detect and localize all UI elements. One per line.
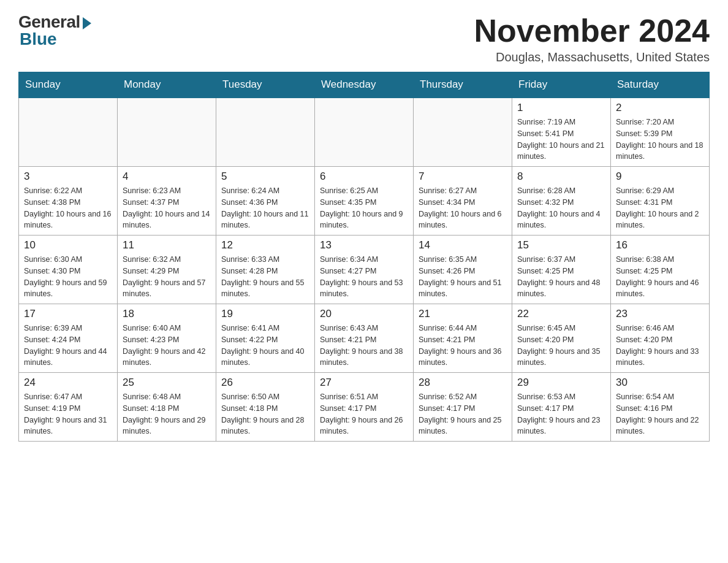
day-number: 14 [419,239,507,251]
day-number: 12 [221,239,309,251]
day-info: Sunrise: 6:25 AMSunset: 4:35 PMDaylight:… [320,185,408,231]
day-info: Sunrise: 6:28 AMSunset: 4:32 PMDaylight:… [517,185,605,231]
table-row: 5Sunrise: 6:24 AMSunset: 4:36 PMDaylight… [216,167,315,236]
table-row: 29Sunrise: 6:53 AMSunset: 4:17 PMDayligh… [512,373,611,442]
day-number: 4 [123,170,211,183]
table-row: 25Sunrise: 6:48 AMSunset: 4:18 PMDayligh… [118,373,216,442]
page-header: General Blue November 2024 Douglas, Mass… [18,12,710,64]
table-row: 20Sunrise: 6:43 AMSunset: 4:21 PMDayligh… [315,304,414,373]
day-info: Sunrise: 6:50 AMSunset: 4:18 PMDaylight:… [221,391,309,437]
location-subtitle: Douglas, Massachusetts, United States [474,50,710,64]
table-row: 9Sunrise: 6:29 AMSunset: 4:31 PMDaylight… [611,167,710,236]
day-info: Sunrise: 6:27 AMSunset: 4:34 PMDaylight:… [419,185,507,231]
table-row: 14Sunrise: 6:35 AMSunset: 4:26 PMDayligh… [414,236,512,304]
day-info: Sunrise: 7:20 AMSunset: 5:39 PMDaylight:… [616,117,704,163]
day-info: Sunrise: 6:52 AMSunset: 4:17 PMDaylight:… [419,391,507,437]
day-number: 3 [24,170,112,183]
calendar-week-row: 3Sunrise: 6:22 AMSunset: 4:38 PMDaylight… [19,167,710,236]
col-friday: Friday [512,72,611,98]
table-row: 26Sunrise: 6:50 AMSunset: 4:18 PMDayligh… [216,373,315,442]
col-thursday: Thursday [414,72,512,98]
day-info: Sunrise: 6:35 AMSunset: 4:26 PMDaylight:… [419,254,507,300]
month-title: November 2024 [474,12,710,49]
col-wednesday: Wednesday [315,72,414,98]
calendar-week-row: 1Sunrise: 7:19 AMSunset: 5:41 PMDaylight… [19,98,710,167]
day-info: Sunrise: 6:48 AMSunset: 4:18 PMDaylight:… [123,391,211,437]
day-number: 28 [419,377,507,389]
title-block: November 2024 Douglas, Massachusetts, Un… [474,12,710,64]
day-info: Sunrise: 6:44 AMSunset: 4:21 PMDaylight:… [419,323,507,369]
table-row: 28Sunrise: 6:52 AMSunset: 4:17 PMDayligh… [414,373,512,442]
calendar-week-row: 10Sunrise: 6:30 AMSunset: 4:30 PMDayligh… [19,236,710,304]
table-row [216,98,315,167]
day-info: Sunrise: 6:32 AMSunset: 4:29 PMDaylight:… [123,254,211,300]
table-row: 23Sunrise: 6:46 AMSunset: 4:20 PMDayligh… [611,304,710,373]
table-row: 7Sunrise: 6:27 AMSunset: 4:34 PMDaylight… [414,167,512,236]
col-saturday: Saturday [611,72,710,98]
day-number: 20 [320,308,408,320]
day-number: 29 [517,377,605,389]
day-number: 16 [616,239,704,251]
day-info: Sunrise: 6:43 AMSunset: 4:21 PMDaylight:… [320,323,408,369]
day-info: Sunrise: 6:51 AMSunset: 4:17 PMDaylight:… [320,391,408,437]
day-number: 21 [419,308,507,320]
table-row: 17Sunrise: 6:39 AMSunset: 4:24 PMDayligh… [19,304,118,373]
logo-arrow-icon [83,17,91,29]
table-row: 1Sunrise: 7:19 AMSunset: 5:41 PMDaylight… [512,98,611,167]
table-row: 6Sunrise: 6:25 AMSunset: 4:35 PMDaylight… [315,167,414,236]
table-row [315,98,414,167]
day-info: Sunrise: 6:34 AMSunset: 4:27 PMDaylight:… [320,254,408,300]
day-info: Sunrise: 6:30 AMSunset: 4:30 PMDaylight:… [24,254,112,300]
day-number: 23 [616,308,704,320]
calendar-header-row: Sunday Monday Tuesday Wednesday Thursday… [19,72,710,98]
day-info: Sunrise: 6:37 AMSunset: 4:25 PMDaylight:… [517,254,605,300]
col-sunday: Sunday [19,72,118,98]
table-row: 12Sunrise: 6:33 AMSunset: 4:28 PMDayligh… [216,236,315,304]
table-row: 3Sunrise: 6:22 AMSunset: 4:38 PMDaylight… [19,167,118,236]
day-info: Sunrise: 6:24 AMSunset: 4:36 PMDaylight:… [221,185,309,231]
day-number: 24 [24,377,112,389]
day-info: Sunrise: 6:53 AMSunset: 4:17 PMDaylight:… [517,391,605,437]
table-row: 13Sunrise: 6:34 AMSunset: 4:27 PMDayligh… [315,236,414,304]
col-monday: Monday [118,72,216,98]
day-info: Sunrise: 6:39 AMSunset: 4:24 PMDaylight:… [24,323,112,369]
day-number: 7 [419,170,507,183]
day-number: 1 [517,102,605,114]
day-info: Sunrise: 6:38 AMSunset: 4:25 PMDaylight:… [616,254,704,300]
day-info: Sunrise: 6:41 AMSunset: 4:22 PMDaylight:… [221,323,309,369]
day-number: 10 [24,239,112,251]
table-row: 15Sunrise: 6:37 AMSunset: 4:25 PMDayligh… [512,236,611,304]
logo: General Blue [18,12,91,49]
calendar-week-row: 24Sunrise: 6:47 AMSunset: 4:19 PMDayligh… [19,373,710,442]
table-row: 11Sunrise: 6:32 AMSunset: 4:29 PMDayligh… [118,236,216,304]
day-number: 30 [616,377,704,389]
day-number: 26 [221,377,309,389]
day-number: 11 [123,239,211,251]
day-number: 18 [123,308,211,320]
day-number: 9 [616,170,704,183]
table-row: 19Sunrise: 6:41 AMSunset: 4:22 PMDayligh… [216,304,315,373]
logo-blue-text: Blue [20,29,57,49]
day-number: 5 [221,170,309,183]
table-row: 16Sunrise: 6:38 AMSunset: 4:25 PMDayligh… [611,236,710,304]
day-info: Sunrise: 6:47 AMSunset: 4:19 PMDaylight:… [24,391,112,437]
day-number: 8 [517,170,605,183]
day-info: Sunrise: 6:40 AMSunset: 4:23 PMDaylight:… [123,323,211,369]
calendar-table: Sunday Monday Tuesday Wednesday Thursday… [18,72,710,442]
day-number: 13 [320,239,408,251]
day-number: 25 [123,377,211,389]
table-row: 27Sunrise: 6:51 AMSunset: 4:17 PMDayligh… [315,373,414,442]
day-info: Sunrise: 6:45 AMSunset: 4:20 PMDaylight:… [517,323,605,369]
table-row: 30Sunrise: 6:54 AMSunset: 4:16 PMDayligh… [611,373,710,442]
calendar-week-row: 17Sunrise: 6:39 AMSunset: 4:24 PMDayligh… [19,304,710,373]
day-info: Sunrise: 6:22 AMSunset: 4:38 PMDaylight:… [24,185,112,231]
day-number: 2 [616,102,704,114]
table-row [414,98,512,167]
table-row: 4Sunrise: 6:23 AMSunset: 4:37 PMDaylight… [118,167,216,236]
day-number: 22 [517,308,605,320]
day-info: Sunrise: 6:29 AMSunset: 4:31 PMDaylight:… [616,185,704,231]
day-info: Sunrise: 6:33 AMSunset: 4:28 PMDaylight:… [221,254,309,300]
table-row: 8Sunrise: 6:28 AMSunset: 4:32 PMDaylight… [512,167,611,236]
day-info: Sunrise: 7:19 AMSunset: 5:41 PMDaylight:… [517,117,605,163]
table-row: 2Sunrise: 7:20 AMSunset: 5:39 PMDaylight… [611,98,710,167]
